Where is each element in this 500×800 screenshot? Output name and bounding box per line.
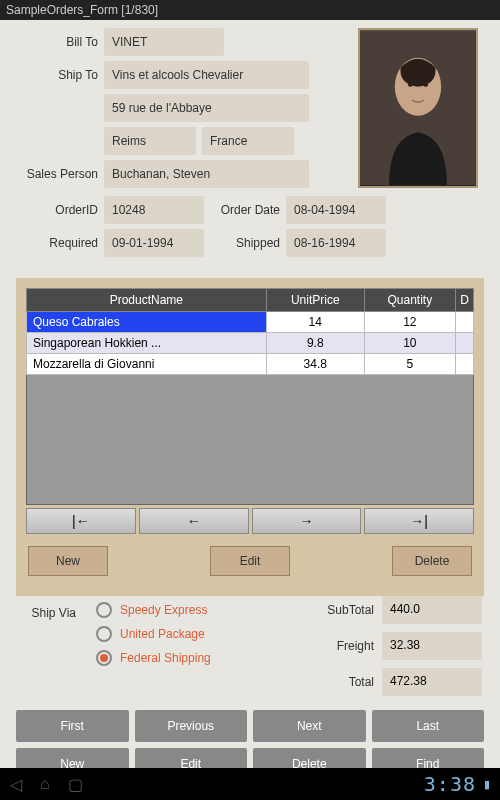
previous-button[interactable]: Previous xyxy=(135,710,248,742)
grid-prev-button[interactable]: ← xyxy=(139,508,249,534)
required-field[interactable] xyxy=(104,229,204,257)
freight-field: 32.38 xyxy=(382,632,482,660)
orderdate-label: Order Date xyxy=(210,203,280,217)
shipvia-option-label[interactable]: Speedy Express xyxy=(120,603,207,617)
bill-to-label: Bill To xyxy=(16,35,98,49)
grid-edit-button[interactable]: Edit xyxy=(210,546,290,576)
svg-point-2 xyxy=(408,83,413,87)
nav-last-icon: →| xyxy=(410,513,428,529)
recent-icon[interactable]: ▢ xyxy=(68,775,83,794)
orderdate-field[interactable] xyxy=(286,196,386,224)
salesperson-field[interactable] xyxy=(104,160,309,188)
total-label: Total xyxy=(314,675,374,689)
system-clock: 3:38 xyxy=(424,772,476,796)
orderid-field[interactable] xyxy=(104,196,204,224)
line-items-table[interactable]: ProductNameUnitPriceQuantityD Queso Cabr… xyxy=(26,288,474,375)
freight-label: Freight xyxy=(314,639,374,653)
shipped-label: Shipped xyxy=(210,236,280,250)
total-field: 472.38 xyxy=(382,668,482,696)
ship-to-country-field[interactable] xyxy=(202,127,294,155)
grid-header[interactable]: D xyxy=(456,289,474,312)
salesperson-label: Sales Person xyxy=(16,167,98,181)
nav-next-icon: → xyxy=(299,513,313,529)
battery-icon: ▮ xyxy=(484,778,490,791)
nav-first-icon: |← xyxy=(72,513,90,529)
grid-header[interactable]: UnitPrice xyxy=(266,289,364,312)
required-label: Required xyxy=(16,236,98,250)
ship-to-name-field[interactable] xyxy=(104,61,309,89)
line-items-panel: ProductNameUnitPriceQuantityD Queso Cabr… xyxy=(16,278,484,596)
salesperson-photo xyxy=(358,28,478,188)
grid-header[interactable]: ProductName xyxy=(27,289,267,312)
grid-delete-button[interactable]: Delete xyxy=(392,546,472,576)
grid-header[interactable]: Quantity xyxy=(364,289,455,312)
grid-next-button[interactable]: → xyxy=(252,508,362,534)
ship-to-label: Ship To xyxy=(16,68,98,82)
nav-prev-icon: ← xyxy=(187,513,201,529)
shipvia-radio[interactable] xyxy=(96,602,112,618)
shipped-field[interactable] xyxy=(286,229,386,257)
android-system-bar: ◁ ⌂ ▢ 3:38 ▮ xyxy=(0,768,500,800)
shipvia-option-label[interactable]: United Package xyxy=(120,627,205,641)
table-row[interactable]: Queso Cabrales1412 xyxy=(27,312,474,333)
shipvia-label: Ship Via xyxy=(16,602,76,674)
table-row[interactable]: Mozzarella di Giovanni34.85 xyxy=(27,354,474,375)
table-row[interactable]: Singaporean Hokkien ...9.810 xyxy=(27,333,474,354)
home-icon[interactable]: ⌂ xyxy=(40,775,50,794)
last-button[interactable]: Last xyxy=(372,710,485,742)
window-titlebar: SampleOrders_Form [1/830] xyxy=(0,0,500,20)
next-button[interactable]: Next xyxy=(253,710,366,742)
grid-last-button[interactable]: →| xyxy=(364,508,474,534)
subtotal-label: SubTotal xyxy=(314,603,374,617)
orderid-label: OrderID xyxy=(16,203,98,217)
first-button[interactable]: First xyxy=(16,710,129,742)
shipvia-radio[interactable] xyxy=(96,626,112,642)
grid-new-button[interactable]: New xyxy=(28,546,108,576)
svg-point-3 xyxy=(423,83,428,87)
ship-to-addr-field[interactable] xyxy=(104,94,309,122)
grid-empty-area xyxy=(26,375,474,505)
grid-first-button[interactable]: |← xyxy=(26,508,136,534)
subtotal-field: 440.0 xyxy=(382,596,482,624)
ship-to-city-field[interactable] xyxy=(104,127,196,155)
shipvia-radio[interactable] xyxy=(96,650,112,666)
bill-to-field[interactable] xyxy=(104,28,224,56)
shipvia-option-label[interactable]: Federal Shipping xyxy=(120,651,211,665)
back-icon[interactable]: ◁ xyxy=(10,775,22,794)
